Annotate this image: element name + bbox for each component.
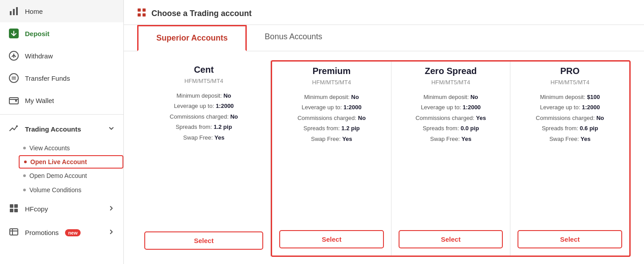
- page-title: Choose a Trading account: [151, 9, 252, 18]
- tab-superior-label: Superior Accounts: [156, 33, 228, 42]
- card-pro-details: Minimum deposit: $100 Leverage up to: 1:…: [536, 92, 604, 223]
- sidebar-hfcopy[interactable]: HFcopy: [0, 197, 123, 221]
- sidebar-wallet-label: My Wallet: [25, 97, 54, 104]
- select-button-premium[interactable]: Select: [279, 230, 384, 248]
- card-cent-name: Cent: [194, 65, 213, 75]
- prem-swap-label: Swap Free:: [311, 136, 340, 142]
- zero-comm-val: Yes: [476, 115, 486, 121]
- prem-swap-val: Yes: [342, 136, 352, 142]
- withdraw-icon: [9, 51, 19, 61]
- svg-rect-18: [138, 13, 141, 16]
- select-button-cent[interactable]: Select: [144, 231, 263, 250]
- bullet-icon: [23, 147, 26, 149]
- sidebar-item-withdraw[interactable]: Withdraw: [0, 45, 123, 67]
- active-bullet-icon: [24, 161, 27, 163]
- zero-min-dep-val: No: [470, 94, 478, 100]
- sidebar: Home Deposit Withdraw Transfer F: [0, 0, 124, 264]
- sub-open-demo[interactable]: Open Demo Account: [19, 169, 123, 183]
- bar-chart-icon: [9, 6, 19, 16]
- zero-spreads-label: Spreads from:: [423, 125, 459, 132]
- main-header: Choose a Trading account: [124, 0, 644, 25]
- pro-spreads-label: Spreads from:: [542, 125, 578, 132]
- sidebar-transfer-label: Transfer Funds: [25, 74, 70, 82]
- tab-bonus[interactable]: Bonus Accounts: [247, 25, 340, 51]
- zero-min-dep-label: Minimum deposit:: [424, 94, 469, 100]
- prem-spreads-val: 1.2 pip: [342, 125, 360, 132]
- zero-leverage-val: 1:2000: [463, 104, 481, 111]
- svg-rect-9: [10, 204, 13, 208]
- cent-comm-val: No: [230, 113, 238, 120]
- pro-spreads-val: 0.6 pip: [580, 125, 598, 132]
- tab-bonus-label: Bonus Accounts: [265, 32, 322, 41]
- highlighted-accounts-group: Premium HFM/MT5/MT4 Minimum deposit: No …: [271, 60, 631, 257]
- hfcopy-icon: [9, 203, 19, 214]
- promotions-icon: [9, 227, 19, 238]
- promotions-badge: new: [65, 229, 81, 236]
- svg-rect-19: [143, 13, 146, 16]
- svg-rect-11: [10, 209, 13, 212]
- grid-icon: [137, 8, 146, 19]
- sub-open-live[interactable]: Open Live Account: [19, 155, 123, 169]
- svg-rect-16: [138, 8, 141, 12]
- sidebar-item-wallet[interactable]: My Wallet: [0, 89, 123, 111]
- card-zero-details: Minimum deposit: No Leverage up to: 1:20…: [416, 92, 486, 223]
- zero-spreads-val: 0.0 pip: [461, 125, 479, 132]
- sub-view-accounts[interactable]: View Accounts: [19, 141, 123, 155]
- prem-comm-val: No: [358, 115, 366, 121]
- zero-swap-label: Swap Free:: [430, 136, 460, 142]
- tab-superior[interactable]: Superior Accounts: [137, 25, 247, 51]
- sidebar-item-deposit[interactable]: Deposit: [0, 22, 123, 45]
- card-pro-platform: HFM/MT5/MT4: [550, 79, 589, 86]
- sidebar-item-home[interactable]: Home: [0, 0, 123, 22]
- account-card-zero-spread: Zero Spread HFM/MT5/MT4 Minimum deposit:…: [391, 62, 511, 256]
- deposit-icon: [9, 29, 19, 38]
- pro-swap-val: Yes: [581, 136, 591, 142]
- sub-open-demo-label: Open Demo Account: [29, 172, 87, 179]
- account-card-pro: PRO HFM/MT5/MT4 Minimum deposit: $100 Le…: [510, 62, 629, 256]
- sidebar-hfcopy-label: HFcopy: [25, 205, 48, 213]
- svg-rect-17: [143, 8, 146, 12]
- prem-min-dep-val: No: [351, 94, 359, 100]
- prem-leverage-val: 1:2000: [343, 104, 361, 111]
- zero-comm-label: Commissions charged:: [416, 115, 474, 121]
- wallet-icon: [9, 95, 19, 105]
- sidebar-deposit-label: Deposit: [25, 30, 49, 37]
- cards-area: Cent HFM/MT5/MT4 Minimum deposit: No Lev…: [124, 51, 644, 264]
- zero-leverage-label: Leverage up to:: [421, 104, 461, 111]
- cent-spreads-label: Spreads from:: [175, 124, 212, 130]
- sub-volume-label: Volume Conditions: [29, 186, 82, 194]
- cent-leverage-val: 1:2000: [216, 103, 233, 109]
- sidebar-promotions[interactable]: Promotions new: [0, 221, 123, 244]
- prem-min-dep-label: Minimum deposit:: [304, 94, 350, 100]
- sidebar-promotions-label: Promotions: [25, 229, 59, 236]
- card-premium-details: Minimum deposit: No Leverage up to: 1:20…: [298, 92, 366, 223]
- card-premium-name: Premium: [313, 66, 351, 76]
- trading-sub-menu: View Accounts Open Live Account Open Dem…: [0, 141, 123, 197]
- pro-min-dep-val: $100: [587, 94, 600, 100]
- svg-rect-0: [10, 11, 12, 15]
- sub-open-live-label: Open Live Account: [30, 158, 87, 165]
- account-card-cent: Cent HFM/MT5/MT4 Minimum deposit: No Lev…: [137, 60, 271, 257]
- sidebar-withdraw-label: Withdraw: [25, 52, 53, 60]
- pro-leverage-val: 1:2000: [582, 104, 599, 111]
- select-button-pro[interactable]: Select: [518, 230, 622, 248]
- card-cent-platform: HFM/MT5/MT4: [184, 78, 223, 84]
- cent-comm-label: Commissions charged:: [170, 113, 228, 120]
- pro-comm-label: Commissions charged:: [536, 115, 595, 121]
- svg-point-5: [9, 74, 18, 82]
- sidebar-item-transfer[interactable]: Transfer Funds: [0, 67, 123, 89]
- chevron-down-icon: [108, 125, 114, 133]
- prem-leverage-label: Leverage up to:: [302, 104, 342, 111]
- cent-spreads-val: 1.2 pip: [214, 124, 232, 130]
- prem-spreads-label: Spreads from:: [303, 125, 340, 132]
- bullet-icon-volume: [23, 189, 26, 191]
- zero-swap-val: Yes: [461, 136, 471, 142]
- sidebar-trading-accounts[interactable]: Trading Accounts: [0, 117, 123, 141]
- cent-min-dep-label: Minimum deposit:: [176, 92, 222, 99]
- transfer-icon: [9, 73, 19, 83]
- svg-rect-2: [16, 7, 18, 15]
- svg-point-8: [16, 125, 18, 127]
- sub-volume[interactable]: Volume Conditions: [19, 183, 123, 197]
- pro-leverage-label: Leverage up to:: [540, 104, 580, 111]
- select-button-zero[interactable]: Select: [399, 230, 503, 248]
